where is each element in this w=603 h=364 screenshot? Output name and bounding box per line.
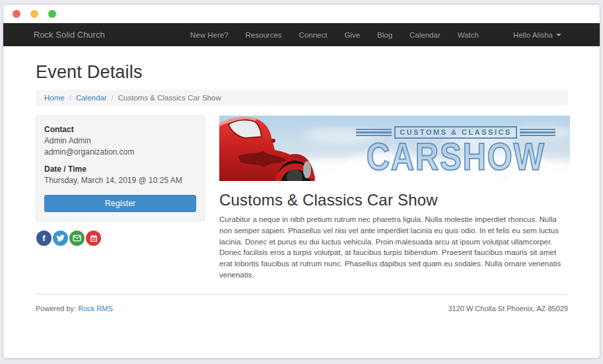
twitter-share-button[interactable] [53, 231, 68, 246]
nav-item-new-here[interactable]: New Here? [190, 31, 229, 39]
nav-item-give[interactable]: Give [344, 31, 360, 39]
event-description: Curabitur a neque in nibh pretium rutrum… [219, 214, 568, 281]
user-menu[interactable]: Hello Alisha [513, 31, 561, 39]
datetime-value: Thursday, March 14, 2019 @ 10:25 AM [44, 175, 196, 186]
nav-item-blog[interactable]: Blog [377, 31, 392, 39]
nav-item-connect[interactable]: Connect [299, 31, 328, 39]
powered-by: Powered by: Rock RMS [36, 305, 113, 312]
event-hero-banner: CUSTOMS & CLASSICS CARSHOW [219, 116, 570, 181]
breadcrumb-separator: / [69, 94, 71, 102]
close-button[interactable] [13, 10, 20, 18]
footer-address: 3120 W Cholla St Phoenix, AZ 85029 [448, 305, 568, 312]
nav-item-resources[interactable]: Resources [246, 31, 282, 39]
page-footer: Powered by: Rock RMS 3120 W Cholla St Ph… [36, 294, 568, 312]
nav-links: New Here? Resources Connect Give Blog Ca… [190, 31, 479, 39]
breadcrumb-home[interactable]: Home [44, 94, 65, 102]
rock-rms-link[interactable]: Rock RMS [78, 305, 113, 312]
facebook-icon: f [42, 233, 45, 243]
powered-by-label: Powered by: [36, 305, 76, 312]
breadcrumb-separator: / [112, 94, 114, 102]
site-navbar: Rock Solid Church New Here? Resources Co… [3, 23, 600, 46]
window-titlebar [3, 5, 600, 23]
minimize-button[interactable] [30, 10, 38, 18]
datetime-label: Date / Time [44, 164, 196, 175]
caret-down-icon [556, 34, 561, 36]
breadcrumb: Home / Calendar / Customs & Classics Car… [36, 90, 568, 106]
email-icon [73, 234, 81, 242]
breadcrumb-current: Customs & Classics Car Show [118, 94, 221, 102]
event-title: Customs & Classics Car Show [219, 191, 568, 209]
nav-item-watch[interactable]: Watch [458, 31, 479, 39]
facebook-share-button[interactable]: f [36, 231, 52, 246]
email-share-button[interactable] [69, 231, 85, 246]
breadcrumb-calendar[interactable]: Calendar [76, 94, 107, 102]
calendar-icon [90, 235, 98, 242]
register-button[interactable]: Register [44, 195, 196, 212]
zoom-button[interactable] [48, 10, 56, 18]
page-title: Event Details [36, 62, 568, 83]
contact-email: admin@organization.com [44, 147, 196, 158]
user-menu-label: Hello Alisha [513, 31, 553, 39]
contact-panel: Contact Admin Admin admin@organization.c… [36, 116, 205, 221]
contact-label: Contact [44, 124, 196, 135]
event-main: CUSTOMS & CLASSICS CARSHOW Customs & Cla… [219, 116, 568, 281]
contact-name: Admin Admin [44, 135, 196, 147]
social-share-row: f [36, 231, 205, 246]
calendar-download-button[interactable] [86, 231, 101, 246]
browser-window: Rock Solid Church New Here? Resources Co… [3, 4, 600, 359]
twitter-icon [56, 234, 65, 242]
hero-text-overlay: CUSTOMS & CLASSICS CARSHOW [347, 126, 565, 174]
nav-item-calendar[interactable]: Calendar [409, 31, 441, 39]
hero-carshow-word: CARSHOW [362, 139, 550, 174]
event-sidebar: Contact Admin Admin admin@organization.c… [36, 116, 205, 246]
brand-link[interactable]: Rock Solid Church [34, 30, 105, 40]
